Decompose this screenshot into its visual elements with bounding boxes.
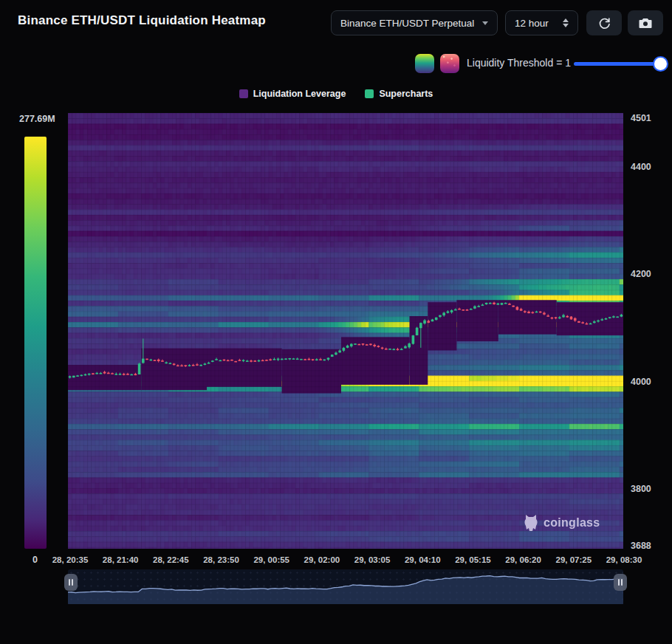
coinglass-watermark: coinglass — [523, 513, 600, 532]
x-axis-tick: 29, 03:05 — [354, 555, 391, 564]
y-axis-tick: 3800 — [631, 484, 651, 494]
legend-label: Liquidation Leverage — [253, 89, 346, 99]
x-axis-tick: 28, 22:45 — [153, 555, 189, 564]
y-axis-tick: 4400 — [631, 162, 651, 172]
liquidity-threshold-label: Liquidity Threshold = 1 — [467, 57, 571, 69]
refresh-icon — [597, 16, 611, 30]
liquidation-heatmap-app: Binance ETH/USDT Liquidation Heatmap Bin… — [0, 0, 672, 644]
y-axis-tick: 4000 — [631, 377, 651, 387]
x-axis-tick: 28, 20:35 — [52, 555, 89, 564]
coinglass-watermark-text: coinglass — [544, 516, 600, 530]
colorbar-max-label: 277.69M — [19, 114, 55, 124]
x-axis-tick: 29, 02:00 — [304, 555, 340, 564]
x-axis-tick: 29, 07:25 — [556, 555, 592, 564]
colorbar-gradient — [24, 137, 47, 549]
y-axis-tick: 4200 — [631, 269, 651, 279]
symbol-dropdown[interactable]: Binance ETH/USDT Perpetual — [331, 10, 498, 35]
colormap-swatch-magma[interactable] — [440, 54, 459, 73]
chart-legend: Liquidation Leverage Supercharts — [0, 89, 672, 99]
colorbar-min-label: 0 — [32, 555, 38, 565]
x-axis-tick: 29, 00:55 — [253, 555, 289, 564]
x-axis-tick: 28, 23:50 — [203, 555, 239, 564]
interval-dropdown[interactable]: 12 hour — [505, 10, 578, 35]
x-axis-tick: 29, 04:10 — [405, 555, 441, 564]
refresh-button[interactable] — [586, 10, 622, 35]
y-axis-tick: 3688 — [631, 541, 651, 551]
legend-swatch-green — [365, 89, 374, 98]
camera-icon — [638, 16, 653, 30]
liquidity-threshold-slider-knob[interactable] — [653, 56, 668, 72]
time-range-navigator[interactable] — [68, 569, 623, 604]
x-axis-tick: 29, 05:15 — [455, 555, 491, 564]
navigator-area-chart[interactable] — [68, 569, 623, 604]
legend-label: Supercharts — [379, 89, 433, 99]
page-title: Binance ETH/USDT Liquidation Heatmap — [18, 13, 266, 28]
navigator-left-handle[interactable] — [64, 574, 78, 591]
interval-dropdown-value: 12 hour — [515, 18, 549, 29]
liquidation-heatmap-canvas[interactable] — [68, 113, 623, 549]
x-axis-tick: 29, 08:30 — [606, 555, 642, 564]
spinner-arrows-icon — [563, 18, 569, 27]
symbol-dropdown-value: Binance ETH/USDT Perpetual — [340, 18, 474, 29]
legend-item-liquidation-leverage[interactable]: Liquidation Leverage — [239, 89, 346, 99]
x-axis-tick: 29, 06:20 — [505, 555, 541, 564]
x-axis-tick: 28, 21:40 — [103, 555, 139, 564]
navigator-right-handle[interactable] — [614, 574, 627, 591]
liquidity-threshold-slider[interactable] — [574, 62, 664, 66]
legend-item-supercharts[interactable]: Supercharts — [365, 89, 433, 99]
coinglass-logo-icon — [523, 513, 539, 532]
colormap-swatch-viridis[interactable] — [415, 54, 434, 73]
y-axis-tick: 4501 — [631, 113, 651, 123]
legend-swatch-purple — [239, 89, 248, 98]
chevron-down-icon — [482, 21, 488, 25]
screenshot-button[interactable] — [628, 10, 663, 35]
